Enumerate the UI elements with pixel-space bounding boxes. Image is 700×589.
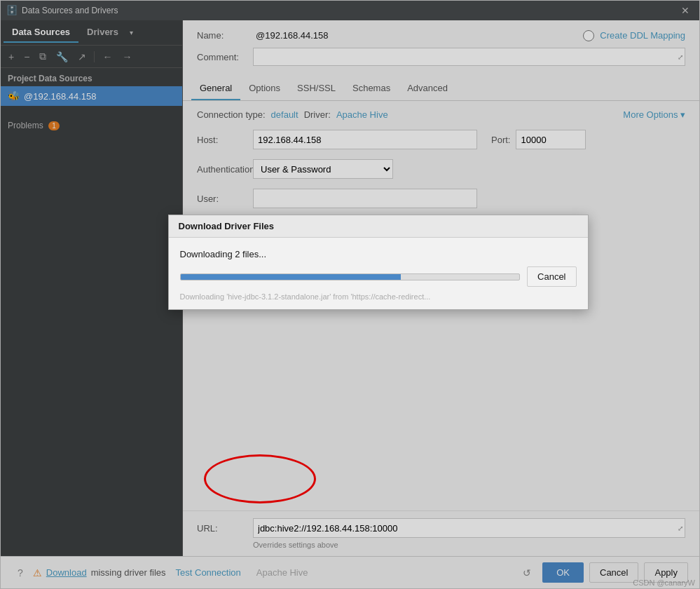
progress-row: Cancel xyxy=(180,266,577,287)
close-button[interactable]: ✕ xyxy=(677,4,694,18)
window-title: Data Sources and Drivers xyxy=(22,6,677,15)
title-bar: 🗄️ Data Sources and Drivers ✕ xyxy=(1,1,699,20)
progress-bar-fill xyxy=(181,274,401,280)
download-dialog: Download Driver Files Downloading 2 file… xyxy=(168,215,589,310)
downloading-text: Downloading 2 files... xyxy=(180,249,577,259)
progress-bar-background xyxy=(180,273,521,280)
dialog-body: Downloading 2 files... Cancel Downloadin… xyxy=(169,238,588,309)
dialog-overlay: Download Driver Files Downloading 2 file… xyxy=(1,20,699,588)
window-icon: 🗄️ xyxy=(6,5,18,16)
dialog-file-text: Downloading 'hive-jdbc-3.1.2-standalone.… xyxy=(180,292,577,301)
dialog-title: Download Driver Files xyxy=(169,215,588,238)
main-window: 🗄️ Data Sources and Drivers ✕ Data Sourc… xyxy=(0,0,700,589)
dialog-cancel-button[interactable]: Cancel xyxy=(527,266,576,287)
